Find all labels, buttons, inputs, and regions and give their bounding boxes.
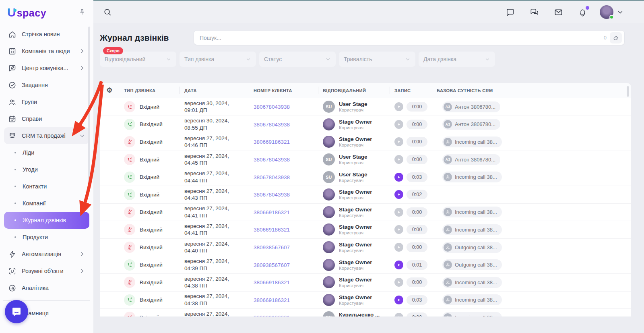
column-header-3[interactable]: ВІДПОВІДАЛЬНИЙ bbox=[318, 83, 390, 98]
sidebar-item-analytics[interactable]: Аналітика bbox=[4, 279, 89, 296]
sidebar-item-call-log[interactable]: Журнал дзвінків bbox=[4, 212, 89, 229]
filter-call-type[interactable]: Тип дзвінка bbox=[180, 52, 256, 67]
client-number-link[interactable]: 380678043938 bbox=[254, 192, 290, 198]
pin-sidebar-icon[interactable] bbox=[78, 8, 87, 17]
sidebar-item-products[interactable]: Продукти bbox=[4, 229, 89, 246]
sidebar-item-smart-objects[interactable]: Розумні об'єкти bbox=[4, 263, 89, 279]
crm-entity-chip[interactable]: Outgoing call 38... bbox=[442, 242, 502, 253]
client-number-link[interactable]: 380678043938 bbox=[254, 157, 290, 163]
table-row[interactable]: Вихіднийвересня 27, 2024, 04:41 ПП380669… bbox=[100, 221, 631, 239]
sidebar-scrollbar[interactable] bbox=[88, 27, 90, 184]
search-input[interactable] bbox=[200, 35, 601, 41]
crm-entity-chip[interactable]: АЗАнтон 3806780... bbox=[442, 119, 500, 130]
sidebar-item-deals[interactable]: Угоди bbox=[4, 161, 89, 178]
user-menu-chevron-down-icon[interactable] bbox=[617, 8, 624, 16]
table-row[interactable]: Вихіднийвересня 27, 2024, 04:39 ПП380938… bbox=[100, 256, 631, 274]
client-number-link[interactable]: 380678043938 bbox=[254, 174, 290, 180]
comment-icon[interactable] bbox=[506, 8, 515, 17]
table-row[interactable]: Вихіднийвересня 27, 2024, 04:38 ПП380669… bbox=[100, 274, 631, 292]
client-number-link[interactable]: 380669186321 bbox=[254, 297, 290, 303]
cell-crm-entity: Incoming call 38... bbox=[432, 312, 631, 316]
sidebar-item-comm-center[interactable]: Центр комуніка... bbox=[4, 60, 89, 77]
crm-entity-chip[interactable]: Incoming call 38... bbox=[442, 312, 502, 316]
column-header-1[interactable]: ДАТА bbox=[180, 83, 249, 98]
uspacy-logo[interactable]: Uspacy bbox=[7, 6, 46, 19]
sidebar-item-activities[interactable]: Справи bbox=[4, 110, 89, 127]
play-record-button[interactable] bbox=[394, 278, 403, 287]
crm-icon bbox=[8, 132, 17, 140]
crm-entity-chip[interactable]: Incoming call 38... bbox=[442, 172, 502, 182]
crm-entity-chip[interactable]: Incoming call 38... bbox=[442, 294, 502, 305]
client-number-link[interactable]: 380669186321 bbox=[254, 314, 290, 316]
sidebar-item-groups[interactable]: Групи bbox=[4, 93, 89, 110]
table-row[interactable]: Вхіднийвересня 30, 2024, 09:01 ДП3806780… bbox=[100, 98, 631, 116]
crm-entity-chip[interactable]: Incoming call 38... bbox=[442, 224, 502, 235]
play-record-button[interactable] bbox=[394, 225, 403, 234]
crm-entity-chip[interactable]: Incoming call 38... bbox=[442, 207, 502, 217]
sidebar-item-contacts[interactable]: Контакти bbox=[4, 178, 89, 195]
table-row[interactable]: Вихіднийвересня 27, 2024, 04:40 ПП380938… bbox=[100, 239, 631, 256]
play-record-button[interactable] bbox=[394, 173, 403, 182]
table-row[interactable]: Вихіднийвересня 30, 2024, 08:55 ДП380678… bbox=[100, 116, 631, 134]
crm-entity-chip[interactable]: АЗАнтон 3806780... bbox=[442, 101, 500, 112]
chevron-right-icon bbox=[79, 251, 85, 257]
column-header-0[interactable]: ТИП ДЗВІНКА bbox=[119, 83, 180, 98]
table-settings-gear-icon[interactable]: ⚙ bbox=[100, 83, 119, 98]
column-header-4[interactable]: ЗАПИС bbox=[390, 83, 432, 98]
table-row[interactable]: Вхіднийвересня 27, 2024, 04:34 ПП3806691… bbox=[100, 309, 631, 316]
client-number-link[interactable]: 380938567607 bbox=[254, 262, 290, 268]
client-number-link[interactable]: 380678043938 bbox=[254, 104, 290, 110]
cell-client-number: 380669186321 bbox=[249, 296, 318, 304]
crm-entity-chip[interactable]: АЗАнтон 3806780... bbox=[442, 154, 500, 165]
play-record-button[interactable] bbox=[394, 190, 403, 199]
table-row[interactable]: Вихіднийвересня 27, 2024, 04:41 ПП380669… bbox=[100, 204, 631, 221]
filter-call-date[interactable]: Дата дзвінка bbox=[419, 52, 495, 67]
table-scrollbar[interactable] bbox=[627, 86, 629, 97]
user-avatar[interactable] bbox=[600, 5, 613, 19]
responsible-role: Користувач bbox=[339, 301, 372, 306]
notifications-bell-icon[interactable] bbox=[578, 8, 587, 17]
sidebar-item-companies[interactable]: Компанії bbox=[4, 195, 89, 212]
play-record-button[interactable] bbox=[394, 313, 403, 316]
client-number-link[interactable]: 380669186321 bbox=[254, 139, 290, 145]
sidebar-item-leads[interactable]: Ліди bbox=[4, 144, 89, 161]
client-number-link[interactable]: 380669186321 bbox=[254, 227, 290, 233]
play-record-button[interactable] bbox=[394, 137, 403, 146]
table-row[interactable]: Вихіднийвересня 27, 2024, 04:38 ПП380669… bbox=[100, 292, 631, 309]
client-number-link[interactable]: 380678043938 bbox=[254, 122, 290, 128]
play-record-button[interactable] bbox=[394, 208, 403, 217]
client-number-link[interactable]: 380669186321 bbox=[254, 279, 290, 285]
column-header-5[interactable]: БАЗОВА СУТНІСТЬ CRM bbox=[432, 83, 631, 98]
filter-responsible[interactable]: СкороВідповідальний bbox=[100, 52, 176, 67]
table-row[interactable]: Вхіднийвересня 27, 2024, 04:44 ПП3806780… bbox=[100, 168, 631, 186]
chats-icon[interactable] bbox=[530, 8, 539, 17]
sidebar-item-automation[interactable]: Автоматизація bbox=[4, 246, 89, 263]
column-header-2[interactable]: НОМЕР КЛІЄНТА bbox=[249, 83, 318, 98]
play-record-button[interactable] bbox=[394, 120, 403, 129]
global-search-icon[interactable] bbox=[103, 8, 112, 17]
sidebar-item-news-feed[interactable]: Стрічка новин bbox=[4, 26, 89, 43]
table-row[interactable]: Вхіднийвересня 27, 2024, 04:43 ПП3806780… bbox=[100, 186, 631, 204]
play-record-button[interactable] bbox=[394, 296, 403, 304]
table-row[interactable]: Вхіднийвересня 27, 2024, 04:45 ПП3806780… bbox=[100, 151, 631, 169]
mail-icon[interactable] bbox=[554, 8, 563, 17]
play-record-button[interactable] bbox=[394, 243, 403, 252]
filter-status[interactable]: Статус bbox=[259, 52, 336, 67]
sidebar-item-company-people[interactable]: Компанія та люди bbox=[4, 43, 89, 60]
play-record-button[interactable] bbox=[394, 155, 403, 164]
sidebar-item-tasks[interactable]: Завдання bbox=[4, 77, 89, 93]
crm-entity-chip[interactable]: Incoming call 38... bbox=[442, 277, 502, 288]
client-number-link[interactable]: 380938567607 bbox=[254, 244, 290, 250]
play-record-button[interactable] bbox=[394, 261, 403, 269]
filter-label: Тривалість bbox=[344, 56, 405, 62]
incoming-call-icon bbox=[124, 154, 135, 165]
table-row[interactable]: Вихіднийвересня 27, 2024, 04:46 ПП380669… bbox=[100, 133, 631, 151]
client-number-link[interactable]: 380669186321 bbox=[254, 209, 290, 215]
crm-entity-chip[interactable]: Incoming call 38... bbox=[442, 137, 502, 147]
clear-search-eraser-icon[interactable] bbox=[610, 32, 622, 43]
play-record-button[interactable] bbox=[394, 102, 403, 111]
filter-duration[interactable]: Тривалість bbox=[339, 52, 415, 67]
sidebar-item-crm-sales[interactable]: CRM та продажі bbox=[4, 127, 89, 144]
crm-entity-chip[interactable]: Outgoing call 38... bbox=[442, 259, 502, 270]
chat-widget-button[interactable] bbox=[5, 300, 28, 323]
